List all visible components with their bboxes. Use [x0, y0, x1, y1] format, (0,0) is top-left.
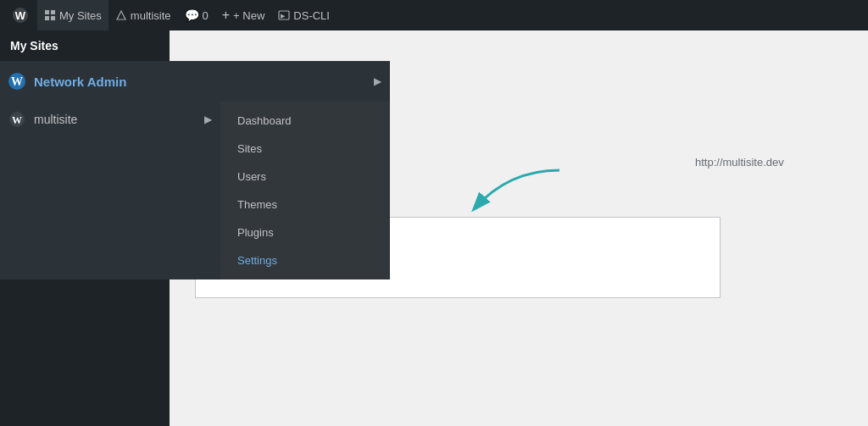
- submenu-users[interactable]: Users: [220, 163, 390, 191]
- multisite-dropdown-label: multisite: [34, 113, 195, 126]
- adminbar-my-sites[interactable]: My Sites: [37, 0, 108, 30]
- site-url-display: http://multisite.dev: [695, 156, 784, 169]
- adminbar-comments-count: 0: [203, 9, 209, 22]
- new-icon: +: [222, 8, 230, 23]
- adminbar-ds-cli-label: DS-CLI: [293, 9, 330, 22]
- multisite-arrow-icon: ▶: [195, 102, 220, 137]
- sidebar: My Sites Posts: [0, 30, 170, 426]
- admin-bar: W My Sites multisite 💬 0 + + New ▶ DS-: [0, 0, 868, 30]
- submenu-sites[interactable]: Sites: [220, 135, 390, 163]
- network-admin-submenu-items: Dashboard Sites Users Themes Plugins Set…: [220, 102, 390, 279]
- network-admin-arrow-icon: ▶: [364, 61, 390, 102]
- network-admin-submenu: W multisite ▶ Dashboard Sites Users Them…: [0, 102, 390, 279]
- submenu-themes[interactable]: Themes: [220, 191, 390, 219]
- network-admin-label: Network Admin: [34, 75, 364, 89]
- submenu-dashboard[interactable]: Dashboard: [220, 107, 390, 135]
- multisite-row[interactable]: W multisite ▶: [0, 102, 220, 137]
- submenu-settings[interactable]: Settings: [220, 246, 390, 274]
- submenu-left-space: W multisite ▶: [0, 102, 220, 279]
- svg-text:W: W: [15, 9, 26, 22]
- my-sites-heading: My Sites: [0, 30, 170, 58]
- svg-text:▶: ▶: [281, 13, 286, 19]
- adminbar-ds-cli[interactable]: ▶ DS-CLI: [271, 0, 337, 30]
- my-sites-dropdown: W Network Admin ▶ W: [0, 61, 390, 279]
- adminbar-multisite-label: multisite: [131, 9, 171, 22]
- svg-text:W: W: [11, 75, 23, 88]
- multisite-wp-icon: W: [0, 102, 34, 137]
- svg-rect-5: [51, 16, 55, 20]
- adminbar-my-sites-label: My Sites: [59, 9, 102, 22]
- wp-logo-button[interactable]: W: [7, 0, 37, 30]
- comment-icon: 💬: [185, 8, 199, 22]
- svg-text:W: W: [12, 114, 22, 126]
- svg-rect-4: [45, 16, 49, 20]
- adminbar-new[interactable]: + + New: [215, 0, 272, 30]
- adminbar-new-label: + New: [231, 9, 264, 22]
- network-admin-row[interactable]: W Network Admin ▶: [0, 61, 390, 102]
- submenu-plugins[interactable]: Plugins: [220, 219, 390, 246]
- svg-rect-3: [51, 10, 55, 14]
- svg-rect-2: [45, 10, 49, 14]
- adminbar-comments[interactable]: 💬 0: [178, 0, 215, 30]
- network-admin-wp-icon: W: [0, 61, 34, 102]
- adminbar-multisite[interactable]: multisite: [108, 0, 178, 30]
